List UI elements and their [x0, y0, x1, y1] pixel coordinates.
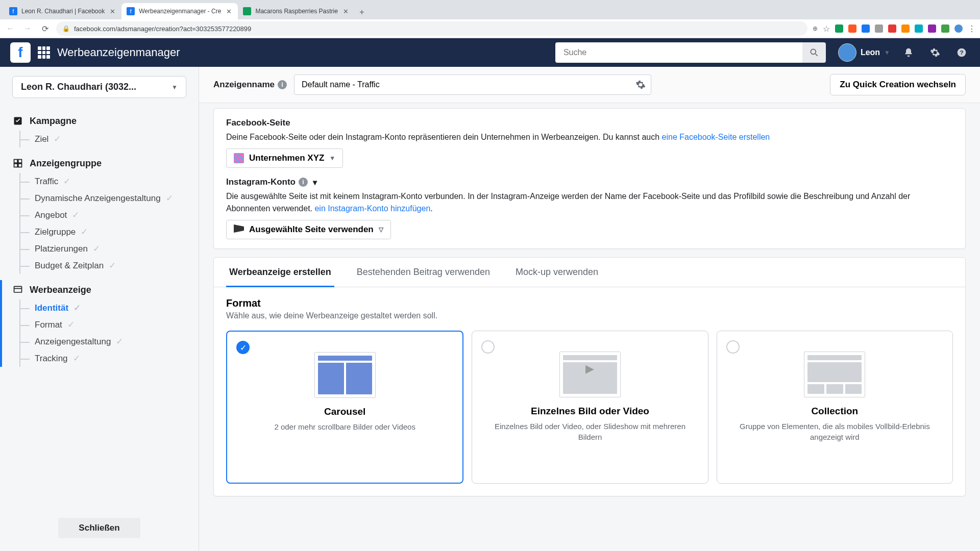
extension-icon[interactable] — [835, 24, 843, 33]
check-icon: ✓ — [109, 260, 116, 271]
settings-icon[interactable] — [927, 44, 943, 61]
help-icon[interactable]: ? — [953, 44, 970, 61]
extension-icon[interactable] — [875, 24, 883, 33]
app-header: f Werbeanzeigenmanager Leon ▼ ? — [0, 38, 980, 67]
format-option-carousel[interactable]: ✓ Carousel 2 oder mehr scrollbare Bilder… — [226, 331, 463, 484]
facebook-logo[interactable]: f — [10, 42, 31, 63]
radio-selected: ✓ — [236, 341, 250, 354]
sidebar-item-traffic[interactable]: Traffic✓ — [19, 173, 199, 190]
chevron-down-icon: ▽ — [379, 226, 383, 233]
user-menu[interactable]: Leon ▼ — [838, 43, 890, 62]
extension-icon[interactable] — [941, 24, 949, 33]
zoom-icon[interactable]: ⊕ — [813, 25, 818, 32]
browser-tab[interactable]: Macarons Raspberries Pastrie ✕ — [238, 3, 354, 19]
apps-grid-icon[interactable] — [38, 46, 50, 59]
tab-existing-post[interactable]: Bestehenden Beitrag verwenden — [354, 258, 493, 287]
sidebar-item-format[interactable]: Format✓ — [19, 316, 199, 333]
account-selector[interactable]: Leon R. Chaudhari (3032... ▼ — [12, 76, 186, 98]
sidebar-item-offer[interactable]: Angebot✓ — [19, 207, 199, 223]
check-icon: ✓ — [54, 134, 61, 144]
fb-page-heading: Facebook-Seite — [226, 118, 953, 128]
browser-tab[interactable]: f Werbeanzeigenmanager - Cre ✕ — [121, 3, 238, 19]
sidebar-item-identity[interactable]: Identität✓ — [19, 299, 199, 316]
nav-heading[interactable]: Anzeigengruppe — [0, 154, 199, 173]
format-options: ✓ Carousel 2 oder mehr scrollbare Bilder… — [214, 323, 965, 496]
ad-icon — [12, 284, 23, 295]
ig-selector[interactable]: Ausgewählte Seite verwenden ▽ — [226, 220, 391, 239]
tab-mockup[interactable]: Mock-up verwenden — [512, 258, 601, 287]
add-ig-link[interactable]: ein Instagram-Konto hinzufügen — [314, 204, 430, 213]
star-icon[interactable]: ☆ — [823, 24, 830, 34]
check-icon: ✓ — [93, 243, 100, 254]
url-field[interactable]: 🔒 facebook.com/adsmanager/creation?act=3… — [56, 21, 807, 36]
search-input[interactable] — [555, 42, 802, 63]
quick-creation-button[interactable]: Zu Quick Creation wechseln — [830, 74, 966, 95]
new-tab-button[interactable]: + — [355, 5, 369, 19]
info-icon[interactable]: i — [299, 178, 308, 187]
gear-icon[interactable] — [634, 79, 647, 91]
tab-title: Leon R. Chaudhari | Facebook — [21, 8, 105, 15]
extension-icon[interactable] — [915, 24, 923, 33]
sidebar-item-audience[interactable]: Zielgruppe✓ — [19, 223, 199, 240]
format-option-single[interactable]: ▶ Einzelnes Bild oder Video Einzelnes Bi… — [472, 331, 708, 484]
sidebar-item-tracking[interactable]: Tracking✓ — [19, 350, 199, 367]
info-icon[interactable]: i — [278, 80, 287, 89]
format-option-collection[interactable]: Collection Gruppe von Elementen, die als… — [717, 331, 953, 484]
nav-heading[interactable]: Werbeanzeige — [0, 280, 199, 299]
extension-icon[interactable] — [862, 24, 870, 33]
svg-text:?: ? — [960, 49, 963, 56]
close-icon[interactable]: ✕ — [225, 7, 233, 16]
app-title: Werbeanzeigenmanager — [57, 46, 180, 59]
forward-button[interactable]: → — [21, 22, 34, 35]
back-button[interactable]: ← — [4, 22, 16, 35]
notifications-icon[interactable] — [900, 44, 917, 61]
user-name: Leon — [861, 48, 880, 57]
extension-icon[interactable] — [901, 24, 910, 33]
option-title: Carousel — [237, 406, 452, 417]
menu-icon[interactable]: ⋮ — [968, 24, 976, 34]
tab-favicon: f — [9, 7, 17, 15]
extension-icon[interactable] — [888, 24, 896, 33]
option-desc: Gruppe von Elementen, die als mobiles Vo… — [727, 421, 942, 442]
page-selector[interactable]: Unternehmen XYZ ▼ — [226, 148, 343, 168]
nav-section-ad: Werbeanzeige Identität✓ Format✓ Anzeigen… — [0, 280, 199, 367]
svg-rect-9 — [14, 286, 22, 292]
close-icon[interactable]: ✕ — [342, 7, 350, 16]
adset-icon — [12, 158, 23, 169]
ad-name-label: Anzeigenname i — [213, 80, 287, 90]
reload-button[interactable]: ⟳ — [39, 22, 51, 35]
tab-create-ad[interactable]: Werbeanzeige erstellen — [226, 258, 334, 287]
check-icon: ✓ — [74, 303, 81, 313]
sidebar-item-creative[interactable]: Anzeigengestaltung✓ — [19, 333, 199, 350]
close-button[interactable]: Schließen — [58, 518, 140, 538]
browser-tab[interactable]: f Leon R. Chaudhari | Facebook ✕ — [4, 3, 121, 19]
main-area: Anzeigenname i Zu Quick Creation wechsel… — [199, 67, 980, 551]
campaign-icon — [12, 115, 23, 127]
browser-chrome: f Leon R. Chaudhari | Facebook ✕ f Werbe… — [0, 0, 980, 38]
option-title: Einzelnes Bild oder Video — [482, 406, 697, 417]
sidebar-item-budget[interactable]: Budget & Zeitplan✓ — [19, 257, 199, 274]
profile-icon[interactable] — [954, 24, 963, 33]
chevron-down-icon: ▼ — [172, 84, 178, 91]
search-button[interactable] — [802, 42, 826, 63]
tab-title: Werbeanzeigenmanager - Cre — [139, 8, 221, 15]
ad-name-input-wrap — [294, 74, 651, 95]
create-page-link[interactable]: eine Facebook-Seite erstellen — [662, 133, 770, 141]
radio-unselected — [481, 340, 495, 354]
chevron-down-icon: ▼ — [884, 49, 890, 56]
tab-title: Macarons Raspberries Pastrie — [255, 8, 337, 15]
extension-icon[interactable] — [928, 24, 936, 33]
check-icon: ✓ — [81, 227, 88, 237]
sidebar: Leon R. Chaudhari (3032... ▼ Kampagne Zi… — [0, 67, 199, 551]
sidebar-item-placements[interactable]: Platzierungen✓ — [19, 240, 199, 257]
extension-icon[interactable] — [848, 24, 856, 33]
close-icon[interactable]: ✕ — [109, 7, 116, 16]
tab-favicon — [243, 7, 251, 15]
sidebar-item-ziel[interactable]: Ziel ✓ — [19, 131, 199, 147]
search-icon — [809, 47, 819, 58]
check-icon: ✓ — [67, 319, 75, 330]
address-bar: ← → ⟳ 🔒 facebook.com/adsmanager/creation… — [0, 19, 980, 38]
sidebar-item-dynamic[interactable]: Dynamische Anzeigengestaltung✓ — [19, 190, 199, 207]
ad-name-input[interactable] — [302, 80, 634, 89]
nav-heading[interactable]: Kampagne — [0, 111, 199, 131]
